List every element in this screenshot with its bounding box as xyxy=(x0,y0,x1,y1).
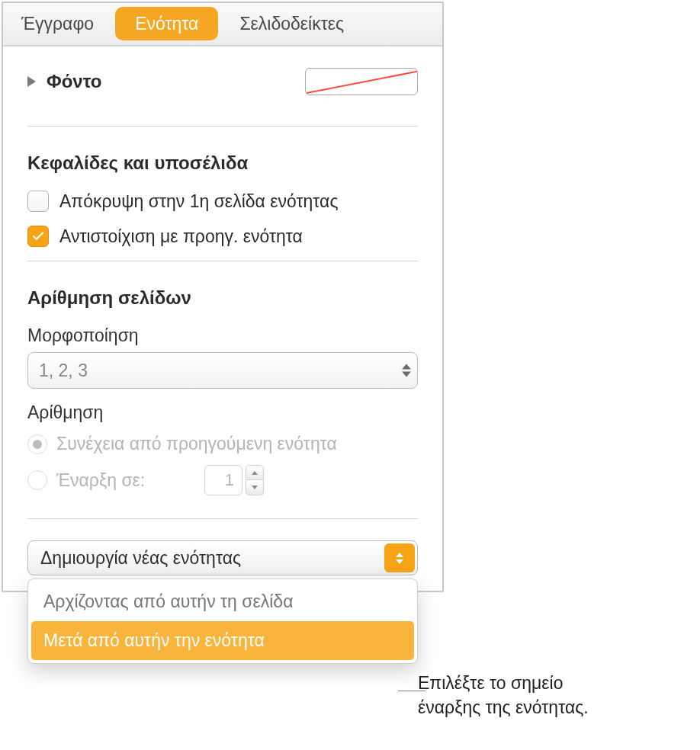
page-numbering-title: Αρίθμηση σελίδων xyxy=(27,287,418,309)
chevron-up-icon xyxy=(252,471,258,475)
match-prev-label: Αντιστοίχιση με προηγ. ενότητα xyxy=(59,226,303,247)
start-at-input-group xyxy=(204,465,264,495)
select-stepper-icon xyxy=(402,364,411,377)
start-at-stepper xyxy=(246,465,264,495)
hide-first-checkbox[interactable] xyxy=(27,191,49,212)
callout-line1: Επιλέξτε το σημείο xyxy=(418,671,589,695)
stepper-down[interactable] xyxy=(246,480,264,495)
hide-first-label: Απόκρυψη στην 1η σελίδα ενότητας xyxy=(59,191,338,212)
chevron-up-icon xyxy=(396,553,403,557)
continue-radio[interactable] xyxy=(27,434,47,454)
match-prev-row: Αντιστοίχιση με προηγ. ενότητα xyxy=(27,226,418,247)
chevron-up-icon xyxy=(402,364,411,370)
inspector-panel: Έγγραφο Ενότητα Σελιδοδείκτες Φόντο Κεφα… xyxy=(2,2,444,592)
format-select[interactable]: 1, 2, 3 xyxy=(27,352,418,389)
tab-section[interactable]: Ενότητα xyxy=(115,7,218,40)
match-prev-checkbox[interactable] xyxy=(27,226,49,247)
panel-content: Φόντο Κεφαλίδες και υποσέλιδα Απόκρυψη σ… xyxy=(3,46,442,591)
format-value: 1, 2, 3 xyxy=(39,361,88,381)
numbering-label: Αρίθμηση xyxy=(27,402,418,423)
popup-handle-icon xyxy=(384,543,415,572)
start-at-radio-row: Έναρξη σε: xyxy=(27,465,264,495)
check-icon xyxy=(31,229,45,243)
start-at-label: Έναρξη σε: xyxy=(56,470,145,491)
tab-bar: Έγγραφο Ενότητα Σελιδοδείκτες xyxy=(3,3,442,46)
new-section-label: Δημιουργία νέας ενότητας xyxy=(40,548,241,569)
new-section-area: Δημιουργία νέας ενότητας Αρχίζοντας από … xyxy=(27,540,418,591)
new-section-popup[interactable]: Δημιουργία νέας ενότητας xyxy=(27,540,418,575)
chevron-down-icon xyxy=(396,559,403,564)
background-color-well[interactable] xyxy=(305,68,418,95)
start-at-input[interactable] xyxy=(204,465,242,495)
hide-first-row: Απόκρυψη στην 1η σελίδα ενότητας xyxy=(27,191,418,212)
chevron-down-icon xyxy=(402,372,411,377)
dropdown-item-from-page[interactable]: Αρχίζοντας από αυτήν τη σελίδα xyxy=(31,582,414,621)
divider xyxy=(27,518,418,519)
new-section-dropdown: Αρχίζοντας από αυτήν τη σελίδα Μετά από … xyxy=(27,579,418,664)
callout-line2: έναρξης της ενότητας. xyxy=(418,695,589,720)
stepper-up[interactable] xyxy=(246,465,264,480)
tab-document[interactable]: Έγγραφο xyxy=(3,3,112,45)
chevron-right-icon xyxy=(27,76,36,87)
format-label: Μορφοποίηση xyxy=(27,325,418,346)
continue-label: Συνέχεια από προηγούμενη ενότητα xyxy=(56,434,337,454)
background-label: Φόντο xyxy=(47,71,101,92)
divider xyxy=(27,261,418,261)
background-row: Φόντο xyxy=(27,68,418,127)
chevron-down-icon xyxy=(252,486,258,489)
continue-radio-row: Συνέχεια από προηγούμενη ενότητα xyxy=(27,434,418,454)
start-at-radio[interactable] xyxy=(27,470,47,490)
dropdown-item-after-section[interactable]: Μετά από αυτήν την ενότητα xyxy=(31,621,414,660)
headers-footers-title: Κεφαλίδες και υποσέλιδα xyxy=(27,152,418,174)
callout-text: Επιλέξτε το σημείο έναρξης της ενότητας. xyxy=(418,671,589,720)
tab-bookmarks[interactable]: Σελιδοδείκτες xyxy=(221,3,362,45)
background-disclosure[interactable]: Φόντο xyxy=(27,71,101,92)
